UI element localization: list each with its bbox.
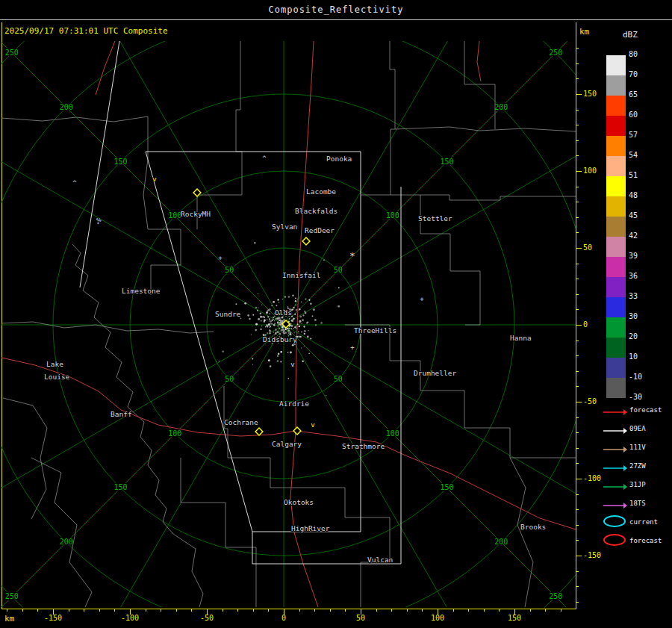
range-label: 200 [494,538,508,546]
colorbar-value-label: 33 [629,292,638,300]
bottom-axis-tick [314,609,315,612]
colorbar-value-label: 45 [629,211,638,220]
right-axis-tick [576,386,579,387]
colorbar-segment [606,257,626,277]
right-axis-tick [576,48,579,49]
bottom-axis-tick [484,609,485,612]
bottom-axis-tick [37,609,38,612]
map-marker-icon: + [420,295,424,302]
right-axis-label: -100 [583,474,601,482]
city-label: ThreeHills [354,326,396,335]
range-label: 100 [168,211,181,220]
radar-map[interactable]: 5010015020025050100150200250501001502002… [1,41,576,607]
km-unit-top-label: km [579,27,589,37]
right-axis-tick [576,341,579,341]
boundary-line [1,116,148,229]
bottom-axis-tick [146,609,146,612]
city-label: Blackfalds [295,207,337,215]
city-label: Banff [111,410,132,418]
boundary-line [395,127,576,131]
right-axis-tick [576,417,579,418]
colorbar-segment [606,297,626,317]
range-label: 150 [113,483,127,491]
range-label: 250 [5,49,19,57]
radar-site-icon [255,428,263,435]
bottom-axis-label: 150 [503,614,526,622]
colorbar-segment [606,378,626,398]
legend-arrow-icon [602,405,627,420]
range-label: 200 [494,103,508,111]
city-label: Vulcan [367,556,393,564]
colorbar-segment [606,338,626,358]
range-label: 50 [225,375,234,383]
km-unit-bottom-label: km [4,614,14,624]
right-axis-label: 150 [583,90,597,98]
colorbar-value-label: 39 [629,252,638,260]
city-label: Drumheller [414,369,456,377]
colorbar-value-label: 42 [629,231,638,240]
city-label: Strathmore [342,442,385,450]
window-title-text: Composite_Reflectivity [269,4,404,15]
right-axis-tick [576,432,579,433]
colorbar-value-label: 10 [629,352,638,361]
colorbar-segment [606,96,626,116]
city-label: RockyMH [181,210,211,218]
range-label: 250 [5,592,19,600]
colorbar-value-label: 48 [629,191,638,199]
map-marker-icon: ^ [262,155,267,162]
map-frame-bottom-line [1,609,576,609]
right-axis-tick [576,540,579,541]
bottom-axis-tick [161,609,161,612]
colorbar-segment [606,156,626,176]
range-label: 200 [60,103,73,111]
range-label: 150 [440,483,453,491]
right-axis-tick [576,294,579,295]
legend-arrow-icon [602,443,627,457]
map-marker-icon: v [311,421,314,429]
right-axis-label: -50 [583,397,597,405]
city-label: Didsbury [263,335,297,343]
colorbar-value-label: 51 [629,171,638,179]
bottom-axis-tick [69,609,69,612]
colorbar-value-label: 54 [629,151,638,159]
legend-label: 18TS [629,499,646,508]
bottom-axis-tick [530,609,531,612]
range-label: 150 [440,158,453,166]
legend-label: current [629,517,658,526]
bottom-axis-tick [22,609,23,612]
city-label: Lacombe [306,187,336,196]
colorbar-segment [606,136,626,156]
right-axis-label: -150 [583,551,601,559]
city-label: Limestone [122,287,161,295]
bottom-axis-tick [391,609,392,612]
bottom-axis-tick [114,609,115,612]
range-label: 100 [386,211,399,220]
city-label: Brooks [520,523,546,531]
city-label: Innisfail [282,271,320,279]
colorbar-segment [606,75,626,96]
bottom-axis-tick [422,609,423,612]
right-axis-tick [576,171,582,172]
city-label: Stettler [418,214,452,223]
colorbar-value-label: 80 [629,50,638,58]
bottom-axis-tick [99,609,100,612]
bottom-axis-tick [7,609,7,612]
bottom-axis-label: -50 [196,614,218,622]
map-marker-icon: * [349,250,355,261]
colorbar-value-label: 57 [629,131,638,139]
radar-site-icon [293,427,301,435]
city-label: Hanna [510,334,532,342]
boundary-line [345,325,576,458]
legend-label: 27ZW [629,461,646,470]
boundary-line [510,458,533,607]
legend-label: 31JP [629,480,646,489]
scan-area-outline [252,187,401,564]
bottom-axis-tick [453,609,454,612]
colorbar-value-label: 30 [629,312,638,320]
bottom-axis-tick [545,609,546,612]
right-axis-tick [576,571,579,572]
city-label: Sylvan [272,223,297,231]
colorbar-title: dBZ [623,30,638,40]
bottom-axis-label: 100 [426,614,449,622]
boundary-line [31,458,92,607]
